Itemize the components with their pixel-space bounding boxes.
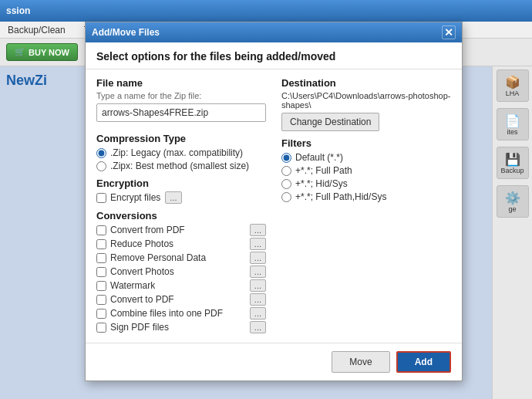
filter-default-radio[interactable]	[281, 153, 291, 163]
filters-section: Filters Default (*.*) +*.*; Full Path	[281, 137, 451, 202]
compression-label: Compression Type	[96, 133, 266, 144]
zip-legacy-label: .Zip: Legacy (max. compatibility)	[110, 147, 243, 158]
conv-item: Combine files into one PDF ...	[96, 307, 266, 320]
conv-options-btn-6[interactable]: ...	[250, 307, 266, 320]
conv-checkbox-7[interactable]	[96, 323, 106, 333]
move-button[interactable]: Move	[332, 351, 389, 373]
encryption-section: Encryption Encrypt files ...	[96, 178, 266, 204]
destination-label: Destination	[281, 77, 451, 89]
conv-checkbox-6[interactable]	[96, 309, 106, 319]
conv-item: Convert Photos ...	[96, 265, 266, 278]
conv-label-4[interactable]: Watermark	[96, 280, 155, 291]
modal-body: File name Type a name for the Zip file: …	[86, 69, 462, 343]
conv-checkbox-3[interactable]	[96, 267, 106, 277]
compression-section: Compression Type .Zip: Legacy (max. comp…	[96, 133, 266, 171]
two-column-layout: File name Type a name for the Zip file: …	[96, 77, 451, 335]
conv-item: Reduce Photos ...	[96, 238, 266, 250]
zip-legacy-option[interactable]: .Zip: Legacy (max. compatibility)	[96, 147, 266, 158]
conv-checkbox-1[interactable]	[96, 239, 106, 249]
conv-label-3[interactable]: Convert Photos	[96, 266, 174, 277]
conv-item: Watermark ...	[96, 279, 266, 292]
encrypt-files-label: Encrypt files	[110, 192, 160, 203]
bg-titlebar: ssion	[0, 0, 532, 22]
newzi-label: NewZi	[6, 73, 47, 88]
conv-item: Convert from PDF ...	[96, 224, 266, 236]
backup-icon: 💾	[505, 152, 520, 167]
conv-label-1[interactable]: Reduce Photos	[96, 238, 173, 249]
compression-radio-group: .Zip: Legacy (max. compatibility) .Zipx:…	[96, 147, 266, 171]
conv-options-btn-5[interactable]: ...	[250, 293, 266, 306]
conv-label-0[interactable]: Convert from PDF	[96, 225, 185, 235]
filter-hidsys-radio[interactable]	[281, 179, 291, 189]
conv-label-2[interactable]: Remove Personal Data	[96, 252, 206, 263]
sidebar-lha[interactable]: 📦 LHA	[497, 69, 529, 102]
sidebar-backup[interactable]: 💾 Backup	[497, 147, 529, 179]
ites-icon: 📄	[505, 113, 520, 128]
filter-default-option[interactable]: Default (*.*)	[281, 152, 451, 163]
file-name-input[interactable]	[96, 103, 266, 122]
filter-hidsys-option[interactable]: +*.*; Hid/Sys	[281, 178, 451, 189]
right-column: Destination C:\Users\PC4\Downloads\arrow…	[281, 77, 451, 335]
add-button[interactable]: Add	[396, 351, 451, 373]
conv-checkbox-4[interactable]	[96, 281, 106, 291]
encrypt-options-button[interactable]: ...	[165, 191, 181, 204]
lha-icon: 📦	[505, 75, 520, 90]
conv-label-6[interactable]: Combine files into one PDF	[96, 308, 223, 319]
destination-path: C:\Users\PC4\Downloads\arrows-photoshop-…	[281, 91, 451, 110]
modal-titlebar: Add/Move Files ✕	[86, 22, 462, 42]
cart-icon: 🛒	[15, 47, 25, 57]
modal-header: Select options for the files being added…	[86, 42, 462, 69]
filter-fullpath-option[interactable]: +*.*; Full Path	[281, 165, 451, 176]
conv-item: Remove Personal Data ...	[96, 252, 266, 264]
encrypt-row: Encrypt files ...	[96, 191, 266, 204]
conv-checkbox-5[interactable]	[96, 295, 106, 305]
filter-fullpath-radio[interactable]	[281, 166, 291, 176]
modal-heading: Select options for the files being added…	[96, 50, 451, 63]
file-name-sublabel: Type a name for the Zip file:	[96, 91, 266, 100]
conv-options-btn-4[interactable]: ...	[250, 279, 266, 292]
right-sidebar: 📦 LHA 📄 ites 💾 Backup ⚙️ ge	[492, 66, 532, 399]
conversions-list: Convert from PDF ... Reduce Photos ... R…	[96, 224, 266, 333]
conv-options-btn-2[interactable]: ...	[250, 252, 266, 264]
conv-label-7[interactable]: Sign PDF files	[96, 322, 169, 333]
filter-fullpath-hidsys-label: +*.*; Full Path,Hid/Sys	[295, 191, 386, 202]
modal-title: Add/Move Files	[92, 27, 160, 38]
add-move-files-modal: Add/Move Files ✕ Select options for the …	[85, 22, 463, 381]
conversions-section: Conversions Convert from PDF ... Reduce …	[96, 210, 266, 333]
conv-label-5[interactable]: Convert to PDF	[96, 294, 174, 305]
filter-default-label: Default (*.*)	[295, 152, 343, 163]
filter-hidsys-label: +*.*; Hid/Sys	[295, 178, 348, 189]
conv-options-btn-1[interactable]: ...	[250, 238, 266, 250]
modal-footer: Move Add	[86, 343, 462, 380]
zipx-option[interactable]: .Zipx: Best method (smallest size)	[96, 161, 266, 171]
file-name-label: File name	[96, 77, 266, 89]
encryption-label: Encryption	[96, 178, 266, 189]
zipx-label: .Zipx: Best method (smallest size)	[110, 161, 249, 171]
filters-label: Filters	[281, 137, 451, 149]
menu-backup[interactable]: Backup/Clean	[3, 23, 70, 37]
zipx-radio[interactable]	[96, 161, 106, 171]
conv-item: Convert to PDF ...	[96, 293, 266, 306]
buy-now-button[interactable]: 🛒 BUY NOW	[6, 43, 78, 61]
conv-options-btn-0[interactable]: ...	[250, 224, 266, 236]
sidebar-ge[interactable]: ⚙️ ge	[497, 185, 529, 218]
conv-item: Sign PDF files ...	[96, 321, 266, 333]
filter-fullpath-label: +*.*; Full Path	[295, 165, 352, 176]
conversions-label: Conversions	[96, 210, 266, 221]
filters-radio-group: Default (*.*) +*.*; Full Path +*.*; Hid/…	[281, 152, 451, 202]
conv-options-btn-3[interactable]: ...	[250, 265, 266, 278]
change-destination-button[interactable]: Change Destination	[281, 113, 379, 131]
encrypt-files-option[interactable]: Encrypt files	[96, 192, 160, 203]
zip-legacy-radio[interactable]	[96, 148, 106, 158]
gear-icon: ⚙️	[505, 191, 520, 205]
conv-checkbox-0[interactable]	[96, 225, 106, 235]
modal-close-button[interactable]: ✕	[442, 25, 456, 39]
conv-options-btn-7[interactable]: ...	[250, 321, 266, 333]
encrypt-files-checkbox[interactable]	[96, 193, 106, 203]
left-column: File name Type a name for the Zip file: …	[96, 77, 266, 335]
filter-fullpath-hidsys-option[interactable]: +*.*; Full Path,Hid/Sys	[281, 191, 451, 202]
conv-checkbox-2[interactable]	[96, 253, 106, 263]
sidebar-ites[interactable]: 📄 ites	[497, 108, 529, 140]
bg-app-title: ssion	[6, 5, 30, 16]
filter-fullpath-hidsys-radio[interactable]	[281, 192, 291, 202]
